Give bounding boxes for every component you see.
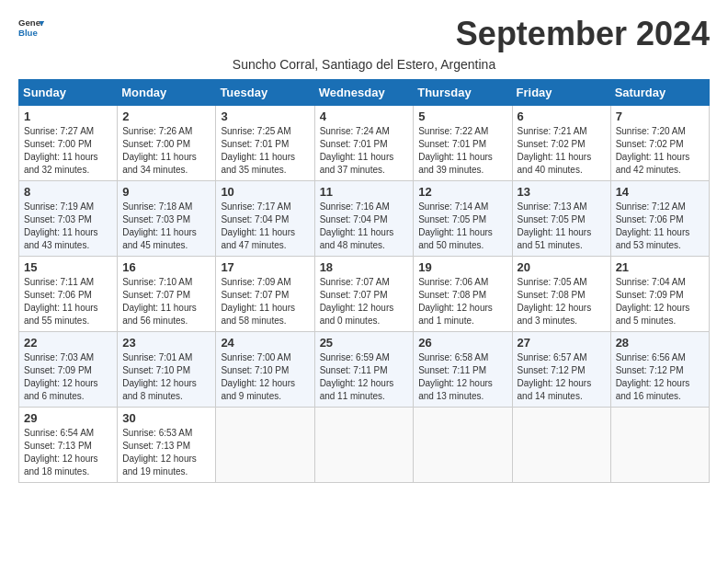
calendar-cell: 30Sunrise: 6:53 AM Sunset: 7:13 PM Dayli… [118, 408, 216, 483]
day-info: Sunrise: 7:26 AM Sunset: 7:00 PM Dayligh… [122, 125, 210, 177]
header-cell-monday: Monday [118, 80, 216, 106]
day-number: 18 [320, 260, 409, 274]
day-number: 15 [24, 260, 112, 274]
day-info: Sunrise: 7:25 AM Sunset: 7:01 PM Dayligh… [221, 125, 309, 177]
day-number: 19 [418, 260, 506, 274]
day-number: 2 [122, 109, 210, 123]
calendar-cell [512, 408, 610, 483]
calendar-cell: 21Sunrise: 7:04 AM Sunset: 7:09 PM Dayli… [610, 257, 709, 332]
page-header: General Blue September 2024 [18, 15, 710, 53]
calendar-cell: 16Sunrise: 7:10 AM Sunset: 7:07 PM Dayli… [118, 257, 216, 332]
subtitle: Suncho Corral, Santiago del Estero, Arge… [18, 57, 710, 72]
day-info: Sunrise: 7:05 AM Sunset: 7:08 PM Dayligh… [518, 276, 606, 327]
calendar-cell: 6Sunrise: 7:21 AM Sunset: 7:02 PM Daylig… [512, 106, 610, 181]
day-info: Sunrise: 7:01 AM Sunset: 7:10 PM Dayligh… [122, 351, 210, 403]
day-info: Sunrise: 6:53 AM Sunset: 7:13 PM Dayligh… [122, 427, 210, 478]
calendar-week-4: 22Sunrise: 7:03 AM Sunset: 7:09 PM Dayli… [19, 332, 710, 408]
day-info: Sunrise: 7:13 AM Sunset: 7:05 PM Dayligh… [518, 201, 606, 252]
calendar-cell [216, 408, 314, 483]
header-cell-sunday: Sunday [19, 80, 118, 106]
svg-text:Blue: Blue [18, 28, 38, 38]
day-number: 30 [122, 411, 210, 425]
day-info: Sunrise: 7:11 AM Sunset: 7:06 PM Dayligh… [24, 276, 112, 327]
day-number: 20 [518, 260, 606, 274]
calendar-cell: 9Sunrise: 7:18 AM Sunset: 7:03 PM Daylig… [118, 181, 216, 257]
day-number: 10 [221, 185, 309, 199]
calendar-cell: 4Sunrise: 7:24 AM Sunset: 7:01 PM Daylig… [314, 106, 414, 181]
calendar-cell: 3Sunrise: 7:25 AM Sunset: 7:01 PM Daylig… [216, 106, 314, 181]
day-info: Sunrise: 7:04 AM Sunset: 7:09 PM Dayligh… [616, 276, 704, 327]
day-number: 24 [221, 336, 309, 350]
calendar-table: SundayMondayTuesdayWednesdayThursdayFrid… [18, 79, 710, 483]
day-number: 23 [122, 336, 210, 350]
day-number: 12 [418, 185, 506, 199]
logo-icon: General Blue [18, 15, 44, 40]
calendar-cell: 19Sunrise: 7:06 AM Sunset: 7:08 PM Dayli… [414, 257, 512, 332]
header-cell-friday: Friday [512, 80, 610, 106]
calendar-cell [610, 408, 709, 483]
day-number: 6 [518, 109, 606, 123]
day-number: 14 [616, 185, 704, 199]
day-number: 22 [24, 336, 112, 350]
calendar-cell: 28Sunrise: 6:56 AM Sunset: 7:12 PM Dayli… [610, 332, 709, 408]
day-info: Sunrise: 6:58 AM Sunset: 7:11 PM Dayligh… [418, 351, 506, 403]
day-number: 28 [616, 336, 704, 350]
calendar-cell: 26Sunrise: 6:58 AM Sunset: 7:11 PM Dayli… [414, 332, 512, 408]
header-cell-saturday: Saturday [610, 80, 709, 106]
day-info: Sunrise: 7:17 AM Sunset: 7:04 PM Dayligh… [221, 201, 309, 252]
calendar-cell: 20Sunrise: 7:05 AM Sunset: 7:08 PM Dayli… [512, 257, 610, 332]
day-info: Sunrise: 7:07 AM Sunset: 7:07 PM Dayligh… [320, 276, 409, 327]
day-info: Sunrise: 7:24 AM Sunset: 7:01 PM Dayligh… [320, 125, 409, 177]
day-info: Sunrise: 7:09 AM Sunset: 7:07 PM Dayligh… [221, 276, 309, 327]
header-cell-wednesday: Wednesday [314, 80, 414, 106]
calendar-cell: 27Sunrise: 6:57 AM Sunset: 7:12 PM Dayli… [512, 332, 610, 408]
day-info: Sunrise: 7:03 AM Sunset: 7:09 PM Dayligh… [24, 351, 112, 403]
day-info: Sunrise: 7:12 AM Sunset: 7:06 PM Dayligh… [616, 201, 704, 252]
day-info: Sunrise: 6:59 AM Sunset: 7:11 PM Dayligh… [320, 351, 409, 403]
calendar-cell: 8Sunrise: 7:19 AM Sunset: 7:03 PM Daylig… [19, 181, 118, 257]
calendar-cell: 2Sunrise: 7:26 AM Sunset: 7:00 PM Daylig… [118, 106, 216, 181]
calendar-cell: 5Sunrise: 7:22 AM Sunset: 7:01 PM Daylig… [414, 106, 512, 181]
day-number: 9 [122, 185, 210, 199]
calendar-week-5: 29Sunrise: 6:54 AM Sunset: 7:13 PM Dayli… [19, 408, 710, 483]
calendar-cell [414, 408, 512, 483]
day-number: 16 [122, 260, 210, 274]
calendar-cell: 11Sunrise: 7:16 AM Sunset: 7:04 PM Dayli… [314, 181, 414, 257]
day-info: Sunrise: 7:16 AM Sunset: 7:04 PM Dayligh… [320, 201, 409, 252]
calendar-cell: 15Sunrise: 7:11 AM Sunset: 7:06 PM Dayli… [19, 257, 118, 332]
calendar-cell: 18Sunrise: 7:07 AM Sunset: 7:07 PM Dayli… [314, 257, 414, 332]
calendar-cell: 25Sunrise: 6:59 AM Sunset: 7:11 PM Dayli… [314, 332, 414, 408]
day-info: Sunrise: 7:18 AM Sunset: 7:03 PM Dayligh… [122, 201, 210, 252]
day-number: 7 [616, 109, 704, 123]
calendar-cell [314, 408, 414, 483]
calendar-header-row: SundayMondayTuesdayWednesdayThursdayFrid… [19, 80, 710, 106]
day-number: 29 [24, 411, 112, 425]
day-info: Sunrise: 7:10 AM Sunset: 7:07 PM Dayligh… [122, 276, 210, 327]
day-info: Sunrise: 7:06 AM Sunset: 7:08 PM Dayligh… [418, 276, 506, 327]
calendar-body: 1Sunrise: 7:27 AM Sunset: 7:00 PM Daylig… [19, 106, 710, 483]
calendar-cell: 10Sunrise: 7:17 AM Sunset: 7:04 PM Dayli… [216, 181, 314, 257]
day-info: Sunrise: 6:56 AM Sunset: 7:12 PM Dayligh… [616, 351, 704, 403]
day-info: Sunrise: 7:00 AM Sunset: 7:10 PM Dayligh… [221, 351, 309, 403]
day-info: Sunrise: 6:54 AM Sunset: 7:13 PM Dayligh… [24, 427, 112, 478]
day-number: 1 [24, 109, 112, 123]
header-cell-tuesday: Tuesday [216, 80, 314, 106]
calendar-cell: 12Sunrise: 7:14 AM Sunset: 7:05 PM Dayli… [414, 181, 512, 257]
day-number: 4 [320, 109, 409, 123]
calendar-cell: 23Sunrise: 7:01 AM Sunset: 7:10 PM Dayli… [118, 332, 216, 408]
day-number: 3 [221, 109, 309, 123]
day-info: Sunrise: 7:19 AM Sunset: 7:03 PM Dayligh… [24, 201, 112, 252]
calendar-cell: 14Sunrise: 7:12 AM Sunset: 7:06 PM Dayli… [610, 181, 709, 257]
day-number: 26 [418, 336, 506, 350]
month-title: September 2024 [456, 15, 710, 53]
calendar-cell: 7Sunrise: 7:20 AM Sunset: 7:02 PM Daylig… [610, 106, 709, 181]
day-number: 17 [221, 260, 309, 274]
header-cell-thursday: Thursday [414, 80, 512, 106]
calendar-week-2: 8Sunrise: 7:19 AM Sunset: 7:03 PM Daylig… [19, 181, 710, 257]
day-info: Sunrise: 7:22 AM Sunset: 7:01 PM Dayligh… [418, 125, 506, 177]
calendar-week-1: 1Sunrise: 7:27 AM Sunset: 7:00 PM Daylig… [19, 106, 710, 181]
logo: General Blue [18, 15, 44, 40]
day-info: Sunrise: 6:57 AM Sunset: 7:12 PM Dayligh… [518, 351, 606, 403]
day-number: 13 [518, 185, 606, 199]
day-number: 27 [518, 336, 606, 350]
